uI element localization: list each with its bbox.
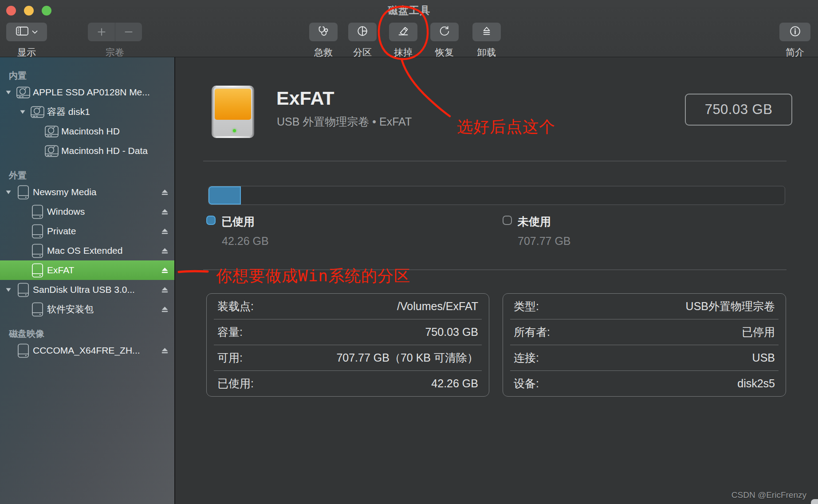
plus-icon xyxy=(97,27,106,37)
eject-button[interactable] xyxy=(155,248,174,254)
row-value: /Volumes/ExFAT xyxy=(397,300,478,313)
used-legend-label: 已使用 xyxy=(221,214,255,229)
table-row: 设备: disk2s5 xyxy=(510,370,779,396)
external-disk-icon xyxy=(28,224,47,239)
sidebar-item-label: 软件安装包 xyxy=(47,303,155,315)
disclosure-triangle-icon[interactable] xyxy=(4,190,13,194)
sidebar-item-apple-ssd-ap0128n-me[interactable]: APPLE SSD AP0128N Me... xyxy=(0,83,174,102)
eject-button[interactable] xyxy=(155,209,174,215)
sidebar-item-label: 容器 disk1 xyxy=(47,106,174,118)
disclosure-triangle-icon[interactable] xyxy=(4,288,13,292)
internal-disk-icon xyxy=(13,86,33,99)
external-disk-icon xyxy=(28,302,47,317)
eject-button[interactable] xyxy=(155,287,174,293)
usage-bar xyxy=(208,186,785,205)
zoom-window-button[interactable] xyxy=(42,6,51,16)
external-disk-icon xyxy=(28,243,47,259)
usage-bar-used xyxy=(208,186,241,205)
watermark: CSDN @EricFrenzy xyxy=(731,490,806,500)
external-disk-icon xyxy=(13,282,33,298)
sidebar-item-private[interactable]: Private xyxy=(0,221,174,241)
sidebar-item-newsmy-media[interactable]: Newsmy Media xyxy=(0,182,174,202)
sidebar-item-exfat[interactable]: ExFAT xyxy=(0,260,174,280)
disclosure-triangle-icon[interactable] xyxy=(18,110,28,114)
row-value: USB xyxy=(752,351,775,364)
volume-button-group xyxy=(88,23,142,41)
minimize-window-button[interactable] xyxy=(24,6,34,16)
external-disk-icon xyxy=(13,185,33,200)
info-label: 简介 xyxy=(786,46,804,59)
restore-button[interactable] xyxy=(430,23,459,41)
sidebar-item-macintosh-hd[interactable]: Macintosh HD xyxy=(0,122,174,141)
add-volume-button[interactable] xyxy=(88,27,115,37)
chevron-down-icon xyxy=(32,28,38,36)
eject-button[interactable] xyxy=(155,347,174,354)
header-divider xyxy=(203,161,787,161)
stethoscope-icon xyxy=(318,25,329,39)
restore-label: 恢复 xyxy=(435,46,454,59)
disk-utility-window: 磁盘工具 显示 xyxy=(0,0,818,504)
row-label: 所有者: xyxy=(514,325,550,339)
table-row: 可用: 707.77 GB（70 KB 可清除） xyxy=(214,345,482,370)
table-row: 容量: 750.03 GB xyxy=(214,319,482,345)
row-value: 已停用 xyxy=(742,325,775,339)
row-value: 750.03 GB xyxy=(425,326,478,339)
row-value: USB外置物理宗卷 xyxy=(686,299,775,314)
used-legend-swatch xyxy=(206,216,216,225)
row-label: 已使用: xyxy=(217,376,254,391)
view-button-label: 显示 xyxy=(17,46,36,59)
view-button[interactable] xyxy=(6,23,47,41)
eject-button[interactable] xyxy=(155,306,174,313)
sidebar-section-header: 内置 xyxy=(9,70,174,82)
table-row: 已使用: 42.26 GB xyxy=(214,370,482,396)
sidebar-item-label: Newsmy Media xyxy=(33,187,155,197)
remove-volume-button[interactable] xyxy=(115,27,142,37)
partition-button[interactable] xyxy=(348,23,377,41)
used-legend-value: 42.26 GB xyxy=(222,235,269,248)
details-table-left: 装载点: /Volumes/ExFAT 容量: 750.03 GB 可用: 70… xyxy=(206,293,489,397)
row-label: 类型: xyxy=(514,299,539,314)
erase-button[interactable] xyxy=(389,23,417,41)
table-row: 类型: USB外置物理宗卷 xyxy=(510,294,779,319)
external-disk-icon xyxy=(28,263,47,278)
unmount-button[interactable] xyxy=(472,23,501,41)
table-row: 所有者: 已停用 xyxy=(510,319,779,345)
sidebar-item-sandisk-ultra-usb-3-0[interactable]: SanDisk Ultra USB 3.0... xyxy=(0,280,174,299)
sidebar-item-cccoma-x64fre-zh[interactable]: CCCOMA_X64FRE_ZH... xyxy=(0,341,174,360)
drive-led-icon xyxy=(233,129,236,132)
sidebar-item-label: Private xyxy=(47,226,155,236)
eject-button[interactable] xyxy=(155,189,174,196)
external-disk-icon xyxy=(13,343,33,358)
sidebar-item-mac-os-extended[interactable]: Mac OS Extended xyxy=(0,241,174,260)
section-divider xyxy=(203,269,787,270)
volume-subtitle: USB 外置物理宗卷 • ExFAT xyxy=(277,114,412,129)
internal-disk-icon xyxy=(42,145,61,158)
unused-legend-label: 未使用 xyxy=(518,214,551,229)
info-button[interactable] xyxy=(779,23,810,41)
row-value: disk2s5 xyxy=(737,377,775,390)
window-title: 磁盘工具 xyxy=(0,4,818,17)
eject-button[interactable] xyxy=(155,267,174,274)
sidebar-item-label: CCCOMA_X64FRE_ZH... xyxy=(33,345,155,356)
volume-group-label: 宗卷 xyxy=(106,46,124,59)
window-corner-artifact xyxy=(811,499,818,504)
close-window-button[interactable] xyxy=(6,6,16,16)
row-value: 42.26 GB xyxy=(431,377,478,390)
sidebar-item-label: Macintosh HD xyxy=(61,126,174,137)
internal-disk-icon xyxy=(42,125,61,138)
disclosure-triangle-icon[interactable] xyxy=(4,91,13,94)
partition-label: 分区 xyxy=(353,46,372,59)
sidebar-item-label: Macintosh HD - Data xyxy=(61,146,174,156)
sidebar: 内置APPLE SSD AP0128N Me...容器 disk1Macinto… xyxy=(0,57,175,504)
first-aid-button[interactable] xyxy=(309,23,338,41)
table-row: 连接: USB xyxy=(510,345,779,370)
sidebar-item-macintosh-hd-data[interactable]: Macintosh HD - Data xyxy=(0,141,174,161)
sidebar-item-disk1[interactable]: 容器 disk1 xyxy=(0,102,174,122)
sidebar-item-item[interactable]: 软件安装包 xyxy=(0,299,174,319)
row-value: 707.77 GB（70 KB 可清除） xyxy=(336,350,478,365)
sidebar-item-windows[interactable]: Windows xyxy=(0,202,174,221)
toolbar: 磁盘工具 显示 xyxy=(0,0,818,57)
first-aid-label: 急救 xyxy=(314,46,333,59)
external-disk-icon xyxy=(28,204,47,220)
eject-button[interactable] xyxy=(155,228,174,235)
